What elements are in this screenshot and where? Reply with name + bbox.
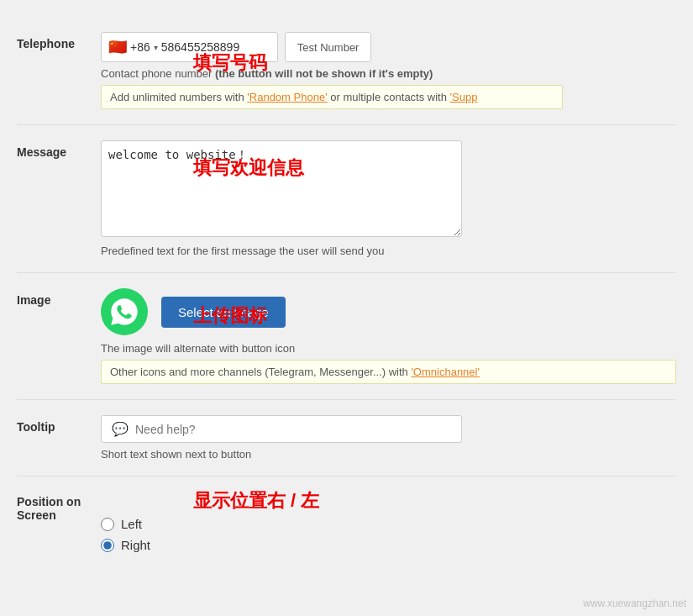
telephone-info-box: Add unlimited numbers with 'Random Phone… <box>101 85 563 109</box>
telephone-label: Telephone <box>17 32 101 50</box>
message-label: Message <box>17 140 101 159</box>
dropdown-arrow-icon[interactable]: ▾ <box>154 43 158 52</box>
telephone-row: 🇨🇳 +86 ▾ Test Number <box>101 32 676 62</box>
chat-bubble-icon: 💬 <box>112 421 129 437</box>
tooltip-label: Tooltip <box>17 415 101 434</box>
flag-emoji: 🇨🇳 <box>108 38 127 56</box>
telephone-hint-bold: (the button will not be shown if it's em… <box>215 67 433 80</box>
phone-input-group[interactable]: 🇨🇳 +86 ▾ <box>101 32 278 62</box>
telephone-section: Telephone 填写号码 🇨🇳 +86 ▾ Test Number Cont… <box>0 17 693 124</box>
tooltip-input[interactable] <box>135 423 451 436</box>
tooltip-content: 💬 Short text shown next to button <box>101 415 676 461</box>
message-textarea[interactable]: welcome to website！ <box>101 140 462 237</box>
watermark: www.xuewangzhan.net <box>583 598 686 609</box>
tooltip-section: Tooltip 💬 Short text shown next to butto… <box>0 400 693 476</box>
page-wrapper: Telephone 填写号码 🇨🇳 +86 ▾ Test Number Cont… <box>0 0 693 616</box>
image-hint: The image will alternate with button ico… <box>101 342 676 355</box>
telephone-content: 填写号码 🇨🇳 +86 ▾ Test Number Contact phone … <box>101 32 676 109</box>
image-row: Select an image <box>101 288 676 335</box>
test-number-button[interactable]: Test Number <box>285 32 372 62</box>
random-phone-link[interactable]: 'Random Phone' <box>247 91 327 103</box>
image-section: Image 上传图标 Select an image The image wil… <box>0 273 693 399</box>
telephone-hint: Contact phone number (the button will no… <box>101 67 676 80</box>
image-info-text: Other icons and more channels (Telegram,… <box>110 366 411 378</box>
message-hint: Predefined text for the first message th… <box>101 245 676 257</box>
image-label: Image <box>17 288 101 307</box>
country-code: +86 <box>130 40 150 54</box>
position-left-label: Left <box>121 517 142 531</box>
tooltip-input-wrapper[interactable]: 💬 <box>101 415 462 443</box>
position-content: 显示位置右 / 左 Left Right <box>101 492 676 552</box>
omnichannel-link[interactable]: 'Omnichannel' <box>411 366 480 378</box>
tooltip-hint: Short text shown next to button <box>101 448 676 461</box>
position-left-radio[interactable] <box>101 518 114 531</box>
position-section: Position on Screen 显示位置右 / 左 Left Right <box>0 476 693 567</box>
image-info-box: Other icons and more channels (Telegram,… <box>101 360 676 384</box>
whatsapp-svg <box>109 297 139 327</box>
position-right-label: Right <box>121 538 150 552</box>
position-right-item[interactable]: Right <box>101 538 676 552</box>
position-annotation: 显示位置右 / 左 <box>193 488 319 513</box>
message-section: Message 填写欢迎信息 welcome to website！ Prede… <box>0 125 693 272</box>
position-label-text: Position on Screen <box>17 495 81 522</box>
whatsapp-icon <box>101 288 148 335</box>
position-radio-group: Left Right <box>101 517 676 552</box>
select-image-button[interactable]: Select an image <box>161 297 286 328</box>
message-content: 填写欢迎信息 welcome to website！ Predefined te… <box>101 140 676 257</box>
telephone-info-text: Add unlimited numbers with <box>110 91 247 103</box>
position-label: Position on Screen <box>17 492 101 522</box>
image-content: 上传图标 Select an image The image will alte… <box>101 288 676 384</box>
position-left-item[interactable]: Left <box>101 517 676 531</box>
position-right-radio[interactable] <box>101 539 114 552</box>
supp-link[interactable]: 'Supp <box>450 91 478 103</box>
telephone-info-text2: or multiple contacts with <box>328 91 450 103</box>
phone-number-input[interactable] <box>161 40 270 54</box>
